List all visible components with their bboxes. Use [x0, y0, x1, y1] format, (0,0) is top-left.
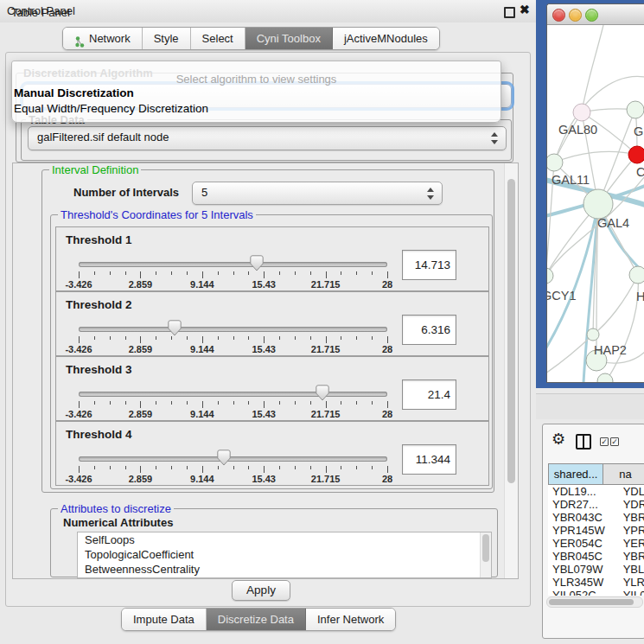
slider-thumb[interactable]: [168, 320, 182, 336]
slider-track[interactable]: [79, 392, 387, 397]
threshold-label: Threshold 2: [66, 298, 132, 311]
tab-impute-data[interactable]: Impute Data: [122, 609, 207, 630]
tab-cyni-toolbox[interactable]: Cyni Toolbox: [245, 28, 333, 49]
network-edge[interactable]: [605, 275, 638, 382]
threshold-2-panel: Threshold 2-3.4262.8599.14415.4321.71528…: [55, 291, 489, 356]
close-icon[interactable]: ✖: [520, 3, 530, 16]
slider-track[interactable]: [79, 456, 387, 462]
threshold-value-field[interactable]: 21.4: [402, 379, 456, 410]
table-row[interactable]: YDL19...YDL1: [548, 485, 644, 498]
network-node[interactable]: [583, 189, 613, 219]
table-cell: YLR345W: [548, 576, 623, 589]
slider-thumb[interactable]: [316, 385, 329, 401]
table-row[interactable]: YPR145WYPR1: [548, 524, 644, 537]
apply-button[interactable]: Apply: [232, 580, 290, 601]
network-node[interactable]: [587, 328, 599, 341]
slider-ticks: [79, 336, 387, 344]
scrollbar-thumb[interactable]: [549, 599, 634, 605]
table-cell: YPR1: [623, 524, 644, 537]
table-cell: YPR145W: [548, 524, 623, 537]
network-node[interactable]: [573, 104, 590, 121]
slider-ticks: [79, 466, 387, 474]
network-node[interactable]: [547, 154, 563, 171]
threshold-1-panel: Threshold 1-3.4262.8599.14415.4321.71528…: [55, 226, 489, 291]
threshold-value-field[interactable]: 11.344: [402, 444, 456, 475]
table-panel-window: ⚙ ✓ ✓ shared...na YDL19...YDL1YDR27...YD…: [542, 424, 644, 639]
scrollbar-thumb[interactable]: [507, 179, 515, 483]
network-node[interactable]: [627, 101, 644, 118]
tab-select[interactable]: Select: [191, 28, 245, 49]
table-horizontal-scrollbar[interactable]: [546, 596, 643, 608]
number-of-intervals-spinner[interactable]: 5: [192, 182, 443, 205]
table-row[interactable]: YBR045CYBR0: [548, 550, 644, 563]
table-cell: YBL079W: [548, 563, 623, 576]
float-window-icon[interactable]: [504, 7, 515, 18]
network-node[interactable]: [547, 268, 553, 284]
combo-arrows-icon: [491, 131, 499, 145]
table-cell: YDL19...: [548, 485, 623, 498]
dropdown-item-equal-width-frequency[interactable]: Equal Width/Frequency Discretization: [14, 102, 208, 115]
table-cell: YBR0: [623, 550, 644, 563]
table-data-combobox[interactable]: galFiltered.sif default node: [28, 126, 507, 150]
network-edge[interactable]: [593, 275, 638, 335]
close-traffic-light[interactable]: [552, 9, 565, 22]
attribute-item-betweennesscentrality[interactable]: BetweennessCentrality: [78, 562, 491, 577]
threshold-slider[interactable]: -3.4262.8599.14415.4321.71528: [79, 453, 387, 482]
table-cell: YDR2: [623, 498, 644, 511]
column-header-0[interactable]: shared...: [548, 463, 603, 485]
table-row[interactable]: YER054CYER0: [548, 537, 644, 550]
numerical-attributes-label: Numerical Attributes: [63, 516, 173, 529]
table-panel-titlebar: [536, 393, 644, 419]
threshold-slider[interactable]: -3.4262.8599.14415.4321.71528: [79, 323, 387, 353]
tab-infer-network[interactable]: Infer Network: [306, 609, 395, 630]
table-row[interactable]: YDR27...YDR2: [548, 498, 644, 511]
tab-discretize-data[interactable]: Discretize Data: [207, 609, 306, 630]
slider-thumb[interactable]: [250, 255, 264, 271]
attribute-item-topologicalcoefficient[interactable]: TopologicalCoefficient: [78, 547, 491, 562]
node-table: shared...na YDL19...YDL1YDR27...YDR2YBR0…: [548, 463, 644, 596]
network-node[interactable]: [628, 146, 644, 163]
tab-jactivemnodules[interactable]: jActiveMNodules: [333, 28, 439, 49]
gear-icon[interactable]: ⚙: [552, 430, 565, 449]
slider-tick-labels: -3.4262.8599.14415.4321.71528: [79, 474, 387, 484]
table-cell: YBR043C: [548, 511, 623, 524]
slider-tick-labels: -3.4262.8599.14415.4321.71528: [79, 279, 387, 290]
slider-track[interactable]: [79, 327, 387, 332]
network-edge[interactable]: [582, 25, 603, 112]
settings-vertical-scrollbar[interactable]: [504, 163, 518, 578]
dropdown-item-manual-discretization[interactable]: Manual Discretization: [14, 86, 134, 99]
threshold-slider[interactable]: -3.4262.8599.14415.4321.71528: [79, 258, 387, 288]
network-edge[interactable]: [554, 151, 637, 163]
column-header-1[interactable]: na: [603, 463, 644, 485]
columns-icon[interactable]: [576, 434, 591, 450]
threshold-value-field[interactable]: 14.713: [402, 250, 456, 280]
tab-network[interactable]: Network: [63, 28, 143, 49]
table-data-combobox-value: galFiltered.sif default node: [37, 131, 169, 143]
attributes-scrollbar[interactable]: [480, 532, 491, 577]
slider-ticks: [79, 271, 387, 279]
table-row[interactable]: YBR043CYBR0: [548, 511, 644, 524]
tab-label: Cyni Toolbox: [257, 28, 321, 49]
slider-thumb[interactable]: [217, 450, 231, 466]
attribute-item-selfloops[interactable]: SelfLoops: [78, 532, 491, 547]
table-row[interactable]: YIL052CYIL0: [548, 589, 644, 596]
scrollbar-thumb[interactable]: [482, 534, 489, 562]
threshold-slider[interactable]: -3.4262.8599.14415.4321.71528: [79, 388, 387, 418]
node-label-h: H: [636, 290, 644, 303]
table-row[interactable]: YBL079WYBL0: [548, 563, 644, 576]
network-node[interactable]: [629, 266, 644, 284]
zoom-traffic-light[interactable]: [585, 9, 598, 22]
table-cell: YBR045C: [548, 550, 623, 563]
checkbox-icon[interactable]: ✓: [600, 437, 609, 446]
network-canvas[interactable]: GAL80G.GAL11CGAL4GCY1HHAP2: [547, 25, 644, 382]
checkbox-icon[interactable]: ✓: [610, 437, 619, 446]
table-cell: YER0: [623, 537, 644, 550]
minimize-traffic-light[interactable]: [569, 9, 582, 22]
threshold-value-field[interactable]: 6.316: [402, 315, 456, 345]
table-cell: YBR0: [623, 511, 644, 524]
table-row[interactable]: YLR345WYLR3: [548, 576, 644, 589]
slider-track[interactable]: [79, 262, 387, 267]
threshold-label: Threshold 3: [66, 363, 132, 376]
attributes-legend: Attributes to discretize: [58, 502, 174, 515]
tab-style[interactable]: Style: [143, 28, 191, 49]
